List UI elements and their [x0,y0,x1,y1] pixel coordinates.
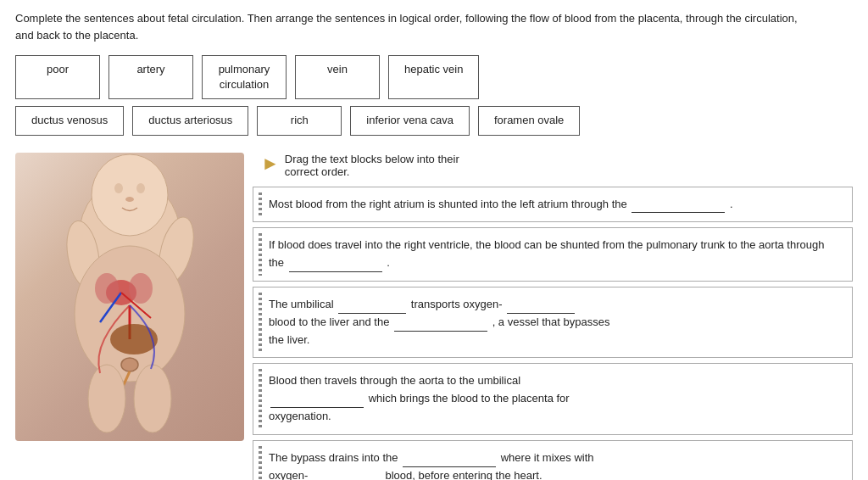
sentence-3-text-2: transports oxygen- [411,298,503,310]
arrow-icon: ► [261,154,280,173]
word-bank: poor artery pulmonarycirculation vein he… [15,55,853,136]
sentence-3-text-3: blood to the liver and the [269,315,389,328]
tile-foramen-ovale[interactable]: foramen ovale [478,106,580,135]
sentence-4-text-2: which brings the blood to the placenta f… [369,392,570,405]
sentence-3-blank-1[interactable] [338,302,406,314]
sentence-4-text-1: Blood then travels through the aorta to … [269,374,520,387]
tile-poor[interactable]: poor [15,55,100,99]
sentence-box-3[interactable]: The umbilical transports oxygen- blood t… [253,287,853,358]
sentence-2-text-after: . [387,256,390,269]
fetal-image-placeholder [15,153,244,441]
svg-point-10 [129,273,153,304]
sentence-5-text-2: where it mixes with [501,451,594,464]
svg-point-17 [134,365,171,433]
main-area: ► Drag the text blocks below into their … [15,153,853,480]
tile-vein[interactable]: vein [295,55,380,99]
sentence-1-text-after: . [730,198,733,210]
svg-point-4 [125,197,134,202]
tile-inferior-vena-cava[interactable]: inferior vena cava [350,106,470,135]
sentence-3-text-4: , a vessel that bypasses [492,315,610,328]
word-bank-row1: poor artery pulmonarycirculation vein he… [15,55,853,99]
drag-instruction-line2: correct order. [285,165,350,178]
sentence-4-blank-1[interactable] [270,396,364,408]
drag-instruction-text: Drag the text blocks below into their co… [285,153,459,178]
svg-point-1 [92,154,168,236]
svg-point-2 [114,183,123,193]
svg-point-9 [95,273,119,304]
sentence-box-5[interactable]: The bypass drains into the where it mixe… [253,440,853,480]
sentence-box-1[interactable]: Most blood from the right atrium is shun… [253,187,853,223]
tile-artery[interactable]: artery [108,55,193,99]
sentence-box-2[interactable]: If blood does travel into the right vent… [253,227,853,282]
drag-instruction: ► Drag the text blocks below into their … [253,153,853,178]
sentence-5-text-1: The bypass drains into the [269,451,398,464]
instructions-text: Complete the sentences about fetal circu… [15,10,812,43]
sentence-5-text-4: blood, before entering the heart. [386,469,542,480]
sentence-5-blank-1[interactable] [403,455,496,467]
sentence-3-blank-2[interactable] [507,302,575,314]
sentence-3-text-5: the liver. [269,333,309,346]
right-panel: ► Drag the text blocks below into their … [253,153,853,480]
word-bank-row2: ductus venosus ductus arteriosus rich in… [15,106,853,135]
sentence-1-blank-1[interactable] [632,201,725,213]
tile-ductus-venosus[interactable]: ductus venosus [15,106,124,135]
svg-point-15 [121,358,138,371]
sentence-box-4[interactable]: Blood then travels through the aorta to … [253,363,853,434]
tile-rich[interactable]: rich [257,106,342,135]
tile-ductus-arteriosus[interactable]: ductus arteriosus [132,106,248,135]
sentence-5-blank-2[interactable] [313,472,381,480]
sentence-4-text-3: oxygenation. [269,410,331,422]
sentence-1-text-before: Most blood from the right atrium is shun… [269,198,627,210]
sentence-2-blank-1[interactable] [289,260,382,272]
sentence-3-blank-3[interactable] [394,320,487,332]
drag-instruction-line1: Drag the text blocks below into their [285,153,459,165]
tile-pulmonary-circulation[interactable]: pulmonarycirculation [202,55,287,99]
sentence-5-text-3: oxygen- [269,469,308,480]
tile-hepatic-vein[interactable]: hepatic vein [388,55,479,99]
sentence-3-text-1: The umbilical [269,298,334,310]
svg-point-16 [88,365,125,433]
svg-point-14 [110,324,158,354]
fetal-image [15,153,244,441]
svg-point-3 [136,183,145,193]
